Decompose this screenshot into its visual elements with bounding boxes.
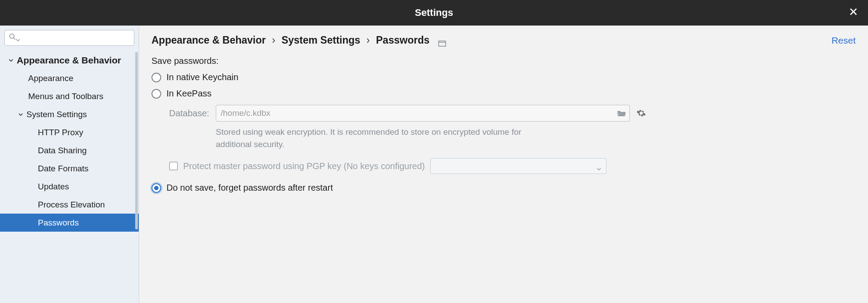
tree-label: System Settings: [26, 110, 87, 119]
radio-do-not-save[interactable]: Do not save, forget passwords after rest…: [151, 183, 856, 193]
tree-label: Updates: [38, 182, 69, 192]
close-button[interactable]: ✕: [845, 4, 862, 19]
breadcrumb-separator: ›: [366, 34, 370, 46]
radio-icon: [151, 183, 161, 193]
svg-rect-2: [439, 41, 446, 46]
window-title: Settings: [415, 7, 453, 18]
tree-label: Process Elevation: [38, 200, 105, 210]
tree-appearance-and-behavior[interactable]: Appearance & Behavior: [0, 51, 139, 69]
window-icon: [438, 37, 446, 44]
radio-icon: [151, 89, 161, 99]
radio-native-keychain[interactable]: In native Keychain: [151, 72, 856, 82]
breadcrumb: Appearance & Behavior › System Settings …: [151, 34, 446, 46]
tree-label: HTTP Proxy: [38, 128, 83, 137]
folder-open-icon[interactable]: [617, 108, 626, 118]
tree-appearance[interactable]: Appearance: [0, 69, 139, 87]
tree-menus-toolbars[interactable]: Menus and Toolbars: [0, 87, 139, 105]
titlebar: Settings ✕: [0, 0, 868, 26]
chevron-down-icon: [8, 57, 14, 63]
tree-label: Appearance: [28, 74, 73, 83]
tree-label: Data Sharing: [38, 146, 87, 155]
chevron-down-icon: [18, 111, 24, 118]
weak-encryption-hint: Stored using weak encryption. It is reco…: [216, 126, 550, 150]
settings-sidebar: Appearance & Behavior Appearance Menus a…: [0, 26, 139, 303]
tree-system-settings[interactable]: System Settings: [0, 105, 139, 123]
radio-keepass[interactable]: In KeePass: [151, 89, 856, 99]
settings-tree[interactable]: Appearance & Behavior Appearance Menus a…: [0, 49, 139, 303]
radio-label: In KeePass: [166, 89, 211, 99]
tree-label: Menus and Toolbars: [28, 92, 103, 101]
save-passwords-label: Save passwords:: [151, 56, 856, 66]
settings-content: Appearance & Behavior › System Settings …: [139, 26, 868, 303]
tree-label: Appearance & Behavior: [17, 55, 121, 66]
tree-process-elevation[interactable]: Process Elevation: [0, 196, 139, 214]
radio-label: Do not save, forget passwords after rest…: [166, 183, 333, 193]
database-path-input[interactable]: [216, 105, 630, 122]
pgp-key-select[interactable]: [430, 158, 606, 174]
tree-label: Passwords: [38, 218, 79, 228]
scrollbar[interactable]: [135, 52, 138, 229]
breadcrumb-part[interactable]: Appearance & Behavior: [151, 34, 266, 46]
search-input[interactable]: [4, 30, 134, 46]
tree-label: Date Formats: [38, 164, 89, 174]
pgp-checkbox[interactable]: [169, 162, 178, 170]
reset-link[interactable]: Reset: [831, 35, 856, 46]
tree-http-proxy[interactable]: HTTP Proxy: [0, 123, 139, 141]
tree-date-formats[interactable]: Date Formats: [0, 159, 139, 177]
database-label: Database:: [169, 108, 211, 118]
radio-icon: [151, 73, 161, 82]
tree-passwords[interactable]: Passwords: [0, 214, 139, 232]
keepass-settings-button[interactable]: [635, 107, 647, 119]
chevron-down-icon: [596, 164, 602, 169]
breadcrumb-part[interactable]: System Settings: [281, 34, 360, 46]
tree-data-sharing[interactable]: Data Sharing: [0, 141, 139, 159]
breadcrumb-separator: ›: [272, 34, 275, 46]
radio-label: In native Keychain: [166, 72, 238, 82]
tree-updates[interactable]: Updates: [0, 177, 139, 196]
pgp-checkbox-label: Protect master password using PGP key (N…: [183, 161, 425, 171]
breadcrumb-part: Passwords: [376, 34, 429, 46]
